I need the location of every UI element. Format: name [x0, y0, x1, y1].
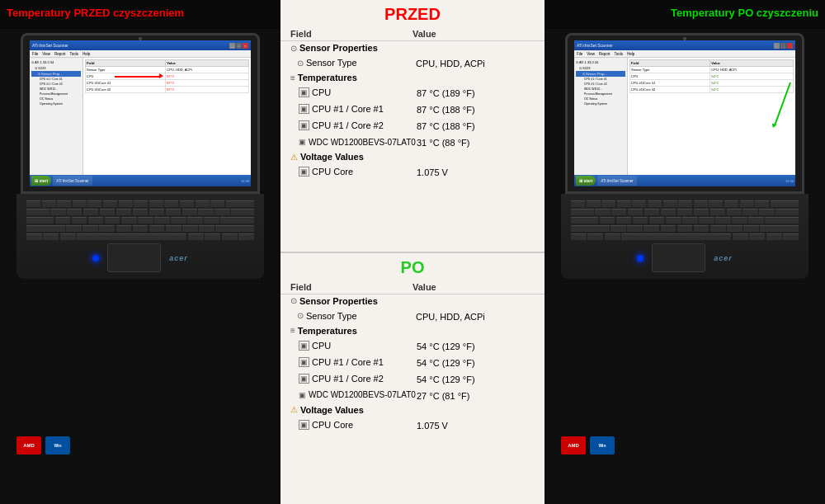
key	[66, 225, 82, 232]
po-sensor-props-label: Sensor Properties	[299, 296, 378, 306]
po-temp-label: Temperatures	[298, 326, 357, 336]
key	[73, 200, 87, 207]
po-sensor-type-field: ⊙ Sensor Type	[297, 309, 416, 323]
core1-box-icon-przed: ▣	[299, 104, 309, 114]
po-sensor-props-row: ⊙ Sensor Properties	[280, 294, 544, 308]
przed-hdd-value-cell: 31 °C (88 °F)	[417, 134, 535, 149]
przed-cpucore-value: 1.075 V	[417, 167, 448, 177]
przed-core2-label: CPU #1 / Core #2	[312, 120, 384, 130]
key-r	[601, 200, 615, 207]
touchpad-left	[107, 243, 161, 272]
menu-file: File	[32, 52, 38, 56]
przed-cpucore-row: ▣ CPU Core 1.075 V	[280, 163, 544, 180]
po-sensor-props-header: ⊙ Sensor Properties	[290, 296, 535, 306]
key-row-space	[26, 233, 254, 240]
key-r	[644, 209, 659, 215]
win-active-app: ATi thinSet Scanner	[53, 176, 92, 186]
amd-text: AMD	[23, 443, 35, 448]
acer-logo-left: acer	[169, 254, 188, 262]
przed-sensor-type-value: CPU, HDD, ACPi	[416, 59, 485, 68]
key-r	[715, 217, 731, 224]
key	[67, 209, 82, 215]
key-row-3	[26, 217, 254, 224]
po-cpucore-label: CPU Core	[312, 420, 353, 430]
tree-operating: Operating System	[31, 101, 81, 106]
przed-sensor-type-label: Sensor Type	[306, 58, 357, 68]
key	[199, 225, 214, 232]
laptop-screen-lid-right: ATi thinSet Scanner File View Report Too…	[565, 33, 804, 194]
key	[99, 225, 115, 232]
center-panel: PRZED Field Value ⊙ Sensor Properties ⊙ …	[280, 0, 544, 504]
key	[42, 200, 56, 207]
key-r	[663, 200, 677, 207]
key-r	[755, 200, 769, 207]
key	[57, 200, 71, 207]
sensor-type-icon-po: ⊙	[297, 311, 304, 320]
po-sensor-type-row: ⊙ Sensor Type CPU, HDD, ACPi	[280, 308, 544, 324]
key	[87, 200, 101, 207]
key	[196, 200, 210, 207]
td-cpu-val: 87°C	[166, 73, 249, 80]
bottom-controls-left: acer	[26, 243, 254, 272]
po-cpucore-value: 1.075 V	[417, 421, 448, 431]
przed-cpu-value: 87 °C (189 °F)	[417, 88, 475, 98]
tree-root-r: ⊙ ATi 1.33.0.34	[576, 59, 625, 65]
przed-core1-value-cell: 87 °C (188 °F)	[417, 101, 535, 116]
key	[182, 209, 197, 215]
przed-cpu-row: ▣ CPU 87 °C (189 °F)	[280, 84, 544, 101]
przed-temp-section: ≡ Temperatures	[290, 73, 535, 82]
th-value-left: Value	[166, 60, 249, 67]
win-clock: 12:34	[241, 179, 249, 183]
po-sensor-type-value-cell: CPU, HDD, ACPi	[416, 309, 535, 323]
win-data-right: Field Value Sensor Type CPU, HDD, ACPi C…	[628, 58, 795, 186]
key-r	[743, 225, 759, 232]
po-temp-section: ≡ Temperatures	[290, 326, 535, 336]
key-r	[587, 233, 603, 240]
key	[26, 200, 40, 207]
po-cpucore-field: ▣ CPU Core	[299, 417, 417, 432]
przed-cpucore-field: ▣ CPU Core	[299, 164, 417, 179]
key	[134, 200, 148, 207]
key-r	[682, 217, 698, 224]
key	[105, 217, 120, 224]
key-r	[694, 225, 710, 232]
key	[188, 233, 204, 240]
win-main-area-left: ⊙ ATi 1.33.0.34 ⊙ S223 ⊙ Sensor Prop... …	[30, 58, 251, 186]
td-core1: CPU #1/Core #1	[86, 80, 166, 87]
key-r	[571, 225, 610, 232]
key-r	[699, 217, 714, 224]
td-sensor-type: Sensor Type	[86, 67, 166, 73]
win-controls-right	[774, 43, 793, 49]
temp-icon-po: ≡	[290, 326, 295, 335]
key	[226, 200, 254, 207]
po-voltage-header: ⚠ Voltage Values	[280, 403, 544, 417]
key	[238, 233, 254, 240]
volt-warn-icon-po: ⚠	[290, 405, 298, 414]
win-taskbar-left: ⊞ start ATi thinSet Scanner 12:34	[30, 175, 251, 186]
webcam-dot-left	[139, 37, 142, 40]
key	[26, 225, 65, 232]
przed-hdd-value: 31 °C (88 °F)	[417, 138, 469, 148]
key-r	[633, 217, 648, 224]
przed-field-header: Field	[290, 29, 412, 39]
win-start-left: ⊞ start	[31, 176, 51, 186]
key-row-rspace	[571, 233, 799, 240]
win-menu-left: File View Report Tools Help	[30, 50, 251, 58]
win-max-right	[780, 43, 786, 49]
menu-file-r: File	[577, 52, 582, 56]
przed-cpu-value-cell: 87 °C (189 °F)	[417, 85, 535, 100]
przed-hdd-label: WDC WD1200BEVS-07LAT0	[309, 138, 416, 147]
key	[82, 225, 98, 232]
amd-text-r: AMD	[568, 443, 579, 448]
po-section: PO Field Value ⊙ Sensor Properties ⊙ Sen…	[280, 253, 544, 505]
win-clock-r: 12:34	[785, 179, 794, 183]
key-row-1	[26, 200, 254, 207]
core2-box-icon-przed: ▣	[299, 120, 309, 130]
key-r	[771, 200, 799, 207]
screen-content-right: ATi thinSet Scanner File View Report Too…	[574, 40, 795, 186]
key-r	[677, 225, 693, 232]
windows-sticker-left: Win	[45, 436, 70, 455]
przed-hdd-row: ▣ WDC WD1200BEVS-07LAT0 31 °C (88 °F)	[280, 134, 544, 150]
key-r	[783, 233, 799, 240]
key-r	[610, 225, 626, 232]
